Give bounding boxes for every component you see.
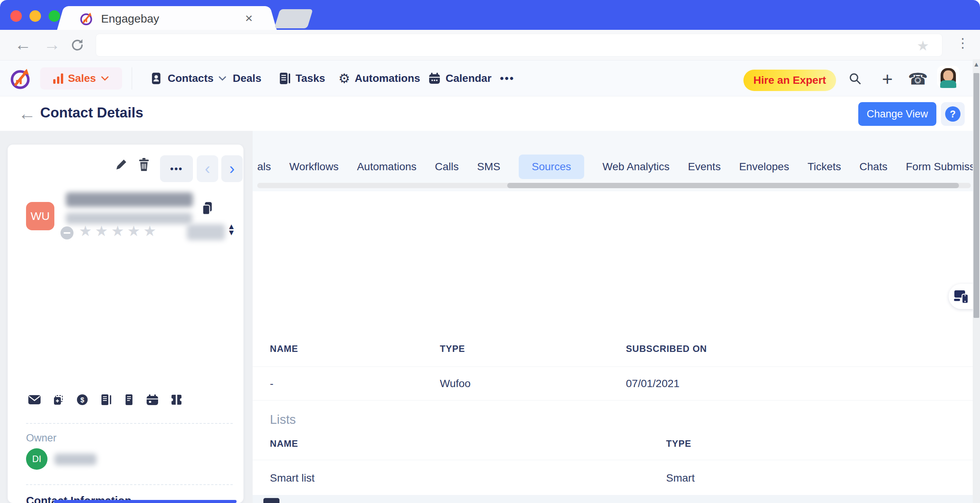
sort-down-icon[interactable]: ▼ [227, 230, 235, 236]
file-icon[interactable] [123, 393, 135, 406]
browser-menu-icon[interactable]: ⋮ [956, 35, 969, 50]
divider [253, 400, 973, 400]
lists-col-type: TYPE [666, 438, 691, 449]
devices-icon [954, 289, 970, 304]
devices-fab-button[interactable] [949, 284, 975, 309]
lists-heading: Lists [270, 412, 296, 427]
task-icon[interactable] [52, 393, 65, 406]
contact-name-redacted [66, 192, 193, 207]
ticket-icon[interactable] [170, 393, 183, 406]
address-bar[interactable]: ★ [96, 34, 942, 57]
score-redacted [187, 224, 225, 240]
detail-tabs-strip: als Workflows Automations Calls SMS Sour… [253, 131, 973, 191]
minimize-window-button[interactable] [29, 10, 41, 22]
gear-icon: ⚙ [338, 71, 350, 86]
close-tab-icon[interactable]: × [245, 11, 253, 26]
tab-web-analytics[interactable]: Web Analytics [603, 155, 670, 179]
page-scrollbar-thumb[interactable] [973, 73, 979, 318]
divider [253, 366, 973, 367]
bookmark-star-icon[interactable]: ★ [917, 38, 929, 54]
nav-item-contacts[interactable]: Contacts [150, 60, 227, 96]
nav-item-tasks[interactable]: Tasks [279, 60, 325, 96]
tabs-scrollbar-thumb[interactable] [507, 183, 959, 188]
new-tab-shape[interactable] [274, 9, 313, 28]
nav-item-automations[interactable]: ⚙ Automations [338, 60, 420, 96]
copy-icon[interactable] [201, 201, 214, 216]
tab-form-submissions[interactable]: Form Submissions [906, 155, 980, 179]
bar-chart-icon [53, 73, 63, 84]
nav-item-more[interactable]: ••• [500, 60, 514, 96]
scroll-up-icon[interactable]: ▲ [973, 61, 980, 68]
tab-title: Engagebay [101, 12, 159, 25]
email-icon[interactable] [28, 393, 41, 406]
sources-col-name: NAME [270, 343, 298, 354]
contacts-icon [150, 72, 163, 85]
browser-tab[interactable]: Engagebay × [66, 6, 268, 30]
chevron-left-icon: ‹ [205, 160, 210, 178]
change-view-button[interactable]: Change View [858, 102, 936, 126]
score-stepper[interactable]: ▲ ▼ [227, 223, 235, 236]
contact-detail-panel: als Workflows Automations Calls SMS Sour… [253, 131, 973, 503]
search-icon[interactable] [847, 70, 864, 87]
tab-events[interactable]: Events [688, 155, 721, 179]
star-rating[interactable]: ★★★★★ [79, 223, 159, 239]
close-window-button[interactable] [10, 10, 22, 22]
tab-deals-clipped[interactable]: als [257, 155, 271, 179]
tab-sources[interactable]: Sources [519, 155, 584, 179]
appointment-icon[interactable] [145, 393, 159, 406]
browser-reload-icon[interactable] [70, 37, 85, 53]
workspace-label: Sales [68, 72, 96, 85]
tab-calls[interactable]: Calls [435, 155, 459, 179]
tab-workflows[interactable]: Workflows [289, 155, 339, 179]
page-title: Contact Details [40, 105, 143, 121]
tasks-icon [279, 72, 291, 85]
help-button[interactable]: ? [941, 102, 965, 126]
browser-back-icon[interactable]: ← [15, 36, 31, 53]
contact-avatar: WU [26, 202, 54, 230]
tab-tickets[interactable]: Tickets [807, 155, 841, 179]
tab-envelopes[interactable]: Envelopes [739, 155, 789, 179]
owner-avatar[interactable]: DI [26, 448, 47, 470]
broadcast-item-redacted [263, 498, 279, 503]
page-scrollbar-track[interactable]: ▲ [973, 59, 980, 503]
phone-icon[interactable]: ☎ [910, 70, 926, 87]
card-bottom-scrollbar[interactable] [54, 500, 237, 503]
previous-contact-button[interactable]: ‹ [197, 155, 218, 182]
hire-expert-button[interactable]: Hire an Expert [743, 70, 836, 91]
owner-label: Owner [26, 432, 57, 444]
tab-sms[interactable]: SMS [477, 155, 500, 179]
source-type-cell: Wufoo [440, 378, 470, 390]
tabs-scrollbar-track[interactable] [257, 183, 971, 188]
lists-col-name: NAME [270, 438, 298, 449]
user-avatar[interactable] [937, 66, 959, 88]
tab-automations[interactable]: Automations [357, 155, 416, 179]
engagebay-favicon [79, 11, 94, 26]
edit-pencil-icon[interactable] [114, 157, 129, 172]
browser-titlebar: Engagebay × [0, 0, 980, 30]
delete-trash-icon[interactable] [137, 157, 151, 172]
tab-chats[interactable]: Chats [859, 155, 887, 179]
sources-col-type: TYPE [440, 343, 465, 354]
contact-summary-card: ••• ‹ › WU ★★★★★ ▲ ▼ [8, 145, 243, 503]
more-actions-button[interactable]: ••• [160, 155, 193, 182]
avatar-body [940, 80, 956, 88]
clear-rating-icon[interactable] [60, 226, 74, 239]
back-arrow-icon[interactable]: ← [18, 103, 36, 124]
deal-icon[interactable]: $ [76, 393, 89, 406]
maximize-window-button[interactable] [49, 10, 60, 22]
workspace-switcher[interactable]: Sales [40, 67, 122, 90]
calendar-icon [428, 72, 441, 85]
svg-text:$: $ [80, 396, 84, 404]
nav-item-calendar[interactable]: Calendar [428, 60, 492, 96]
more-icon: ••• [500, 72, 514, 85]
list-name-cell[interactable]: Smart list [270, 472, 315, 484]
note-icon[interactable] [100, 393, 113, 406]
engagebay-logo[interactable] [8, 66, 33, 90]
next-contact-button[interactable]: › [221, 155, 243, 182]
browser-forward-icon[interactable]: → [44, 36, 60, 53]
more-icon: ••• [170, 163, 183, 175]
divider [253, 460, 973, 460]
add-new-icon[interactable]: + [879, 70, 896, 87]
chevron-down-icon [218, 76, 227, 81]
nav-item-deals[interactable]: Deals [233, 60, 261, 96]
